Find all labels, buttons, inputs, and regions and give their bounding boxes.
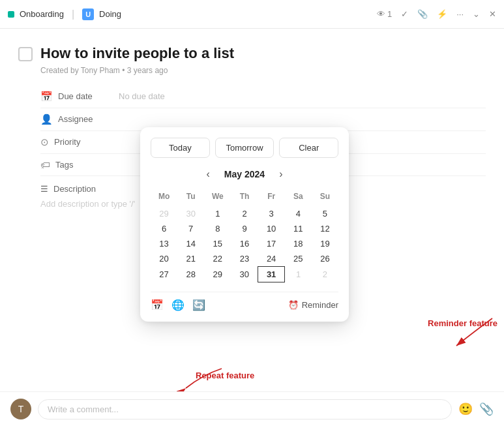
- activity-icon[interactable]: ⚡: [437, 9, 447, 19]
- calendar-popup: Today Tomorrow Clear ‹ May 2024 › Mo Tu …: [140, 127, 349, 322]
- today-button[interactable]: Today: [151, 138, 210, 158]
- priority-label: ⊙ Priority: [40, 136, 119, 148]
- doing-icon: U: [82, 8, 94, 20]
- due-date-label: 📅 Due date: [40, 91, 119, 102]
- due-date-value[interactable]: No due date: [119, 91, 165, 101]
- calendar-week-2: 6789101112: [151, 221, 338, 236]
- calendar-day[interactable]: 26: [312, 251, 338, 267]
- calendar-day[interactable]: 12: [312, 221, 338, 236]
- priority-icon: ⊙: [40, 136, 49, 148]
- header-bar: Onboarding | U Doing 👁 1 ✓ 📎 ⚡ ··· ⌄ ✕: [0, 0, 504, 29]
- prev-month-button[interactable]: ‹: [203, 167, 214, 181]
- weekday-sa: Sa: [285, 189, 312, 206]
- calendar-day[interactable]: 20: [151, 251, 177, 267]
- calendar-week-5: 272829303112: [151, 267, 338, 282]
- calendar-day[interactable]: 21: [177, 251, 204, 267]
- calendar-day[interactable]: 7: [177, 221, 204, 236]
- person-icon: 👤: [40, 114, 53, 125]
- next-month-button[interactable]: ›: [275, 167, 286, 181]
- calendar-day[interactable]: 29: [151, 206, 177, 221]
- timezone-icon[interactable]: 🌐: [171, 299, 185, 311]
- calendar-day[interactable]: 27: [151, 267, 177, 282]
- header-actions: 👁 1 ✓ 📎 ⚡ ··· ⌄ ✕: [377, 9, 496, 19]
- more-icon[interactable]: ···: [456, 9, 464, 19]
- weekday-header-row: Mo Tu We Th Fr Sa Su: [151, 189, 338, 206]
- breadcrumb-separator: |: [72, 8, 74, 20]
- description-icon: ☰: [40, 184, 48, 194]
- month-year-label: May 2024: [224, 169, 265, 179]
- calendar-day[interactable]: 5: [312, 206, 338, 221]
- calendar-day[interactable]: 13: [151, 236, 177, 251]
- repeat-arrow: [170, 362, 235, 395]
- check-icon[interactable]: ✓: [401, 9, 408, 19]
- close-icon[interactable]: ✕: [489, 9, 496, 19]
- calendar-day[interactable]: 14: [177, 236, 204, 251]
- date-icon[interactable]: 📅: [151, 299, 164, 311]
- calendar-day[interactable]: 1: [204, 206, 231, 221]
- calendar-day[interactable]: 18: [285, 236, 312, 251]
- weekday-fr: Fr: [258, 189, 285, 206]
- task-title: How to invite people to a list: [40, 44, 234, 63]
- breadcrumb-doing[interactable]: Doing: [99, 9, 121, 19]
- reminder-label: Reminder: [302, 300, 338, 310]
- calendar-day[interactable]: 28: [177, 267, 204, 282]
- calendar-icon: 📅: [40, 91, 53, 102]
- attach-icon[interactable]: 📎: [479, 402, 494, 416]
- comment-input[interactable]: [38, 399, 452, 419]
- task-checkbox[interactable]: [18, 47, 33, 61]
- watch-count: 1: [387, 9, 392, 19]
- emoji-icon[interactable]: 🙂: [458, 402, 473, 416]
- calendar-day[interactable]: 30: [231, 267, 258, 282]
- calendar-day[interactable]: 19: [312, 236, 338, 251]
- task-title-block: How to invite people to a list Created b…: [40, 44, 234, 75]
- repeat-annotation: Repeat feature: [196, 371, 254, 380]
- calendar-day[interactable]: 8: [204, 221, 231, 236]
- repeat-icon[interactable]: 🔄: [192, 299, 205, 311]
- calendar-day[interactable]: 29: [204, 267, 231, 282]
- calendar-day[interactable]: 31: [258, 267, 285, 282]
- calendar-day[interactable]: 25: [285, 251, 312, 267]
- attachment-icon[interactable]: 📎: [417, 9, 428, 19]
- task-header: How to invite people to a list Created b…: [18, 44, 486, 75]
- alarm-icon: ⏰: [288, 300, 299, 310]
- calendar-day[interactable]: 10: [258, 221, 285, 236]
- calendar-day[interactable]: 11: [285, 221, 312, 236]
- breadcrumb-onboarding[interactable]: Onboarding: [20, 9, 64, 19]
- weekday-su: Su: [312, 189, 338, 206]
- avatar: T: [10, 399, 31, 419]
- calendar-day[interactable]: 6: [151, 221, 177, 236]
- collapse-icon[interactable]: ⌄: [473, 9, 480, 19]
- calendar-footer: 📅 🌐 🔄 ⏰ Reminder: [151, 292, 338, 311]
- tomorrow-button[interactable]: Tomorrow: [215, 138, 274, 158]
- clear-button[interactable]: Clear: [279, 138, 338, 158]
- eye-icon: 👁: [377, 9, 385, 19]
- onboarding-dot: [8, 11, 14, 18]
- weekday-th: Th: [231, 189, 258, 206]
- assignee-label: 👤 Assignee: [40, 114, 119, 125]
- calendar-day[interactable]: 23: [231, 251, 258, 267]
- calendar-day[interactable]: 22: [204, 251, 231, 267]
- calendar-day[interactable]: 15: [204, 236, 231, 251]
- reminder-annotation: Reminder feature: [428, 318, 497, 328]
- calendar-week-3: 13141516171819: [151, 236, 338, 251]
- weekday-tu: Tu: [177, 189, 204, 206]
- due-date-row: 📅 Due date No due date: [40, 85, 486, 108]
- quick-buttons: Today Tomorrow Clear: [151, 138, 338, 158]
- reminder-button[interactable]: ⏰ Reminder: [288, 300, 338, 310]
- calendar-day[interactable]: 9: [231, 221, 258, 236]
- calendar-day[interactable]: 3: [258, 206, 285, 221]
- calendar-day[interactable]: 30: [177, 206, 204, 221]
- calendar-grid: Mo Tu We Th Fr Sa Su 2930123456789101112…: [151, 189, 338, 282]
- calendar-day[interactable]: 24: [258, 251, 285, 267]
- calendar-day[interactable]: 16: [231, 236, 258, 251]
- tag-icon: 🏷: [40, 159, 50, 170]
- weekday-mo: Mo: [151, 189, 177, 206]
- calendar-day[interactable]: 17: [258, 236, 285, 251]
- calendar-day[interactable]: 2: [231, 206, 258, 221]
- calendar-day[interactable]: 4: [285, 206, 312, 221]
- calendar-week-1: 293012345: [151, 206, 338, 221]
- watch-button[interactable]: 👁 1: [377, 9, 392, 19]
- calendar-day[interactable]: 1: [285, 267, 312, 282]
- calendar-day[interactable]: 2: [312, 267, 338, 282]
- month-navigation: ‹ May 2024 ›: [151, 167, 338, 181]
